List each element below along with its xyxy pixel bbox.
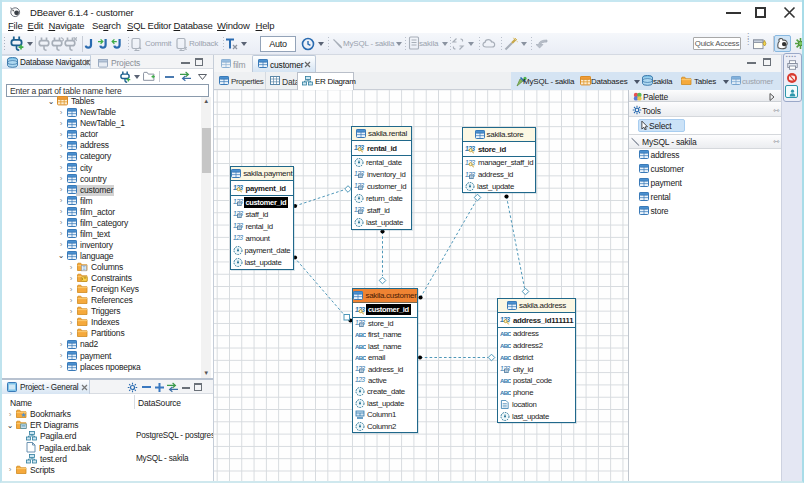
- svg-text:ABC: ABC: [355, 332, 366, 338]
- svg-text:ABC: ABC: [500, 378, 511, 384]
- svg-text:ABC: ABC: [500, 343, 511, 349]
- svg-text:123: 123: [233, 234, 243, 241]
- svg-text:ABC: ABC: [355, 343, 366, 349]
- svg-text:ABC: ABC: [355, 355, 366, 361]
- svg-text:ABC: ABC: [500, 331, 511, 337]
- svg-text:ABC: ABC: [500, 390, 511, 396]
- svg-text:123: 123: [355, 376, 365, 383]
- svg-text:ABC: ABC: [500, 355, 511, 361]
